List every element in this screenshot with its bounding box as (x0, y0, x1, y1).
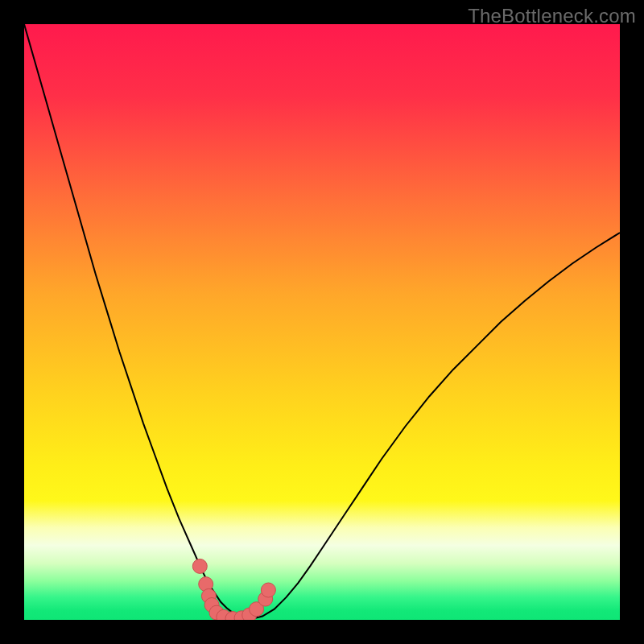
chart-frame: TheBottleneck.com (0, 0, 644, 644)
curve-right (250, 233, 620, 619)
plot-area (24, 24, 620, 620)
site-watermark: TheBottleneck.com (468, 5, 636, 27)
marker-point (261, 583, 275, 597)
curve-layer (24, 24, 620, 620)
marker-group (192, 559, 275, 620)
marker-point (192, 559, 207, 573)
curve-left (24, 24, 250, 619)
